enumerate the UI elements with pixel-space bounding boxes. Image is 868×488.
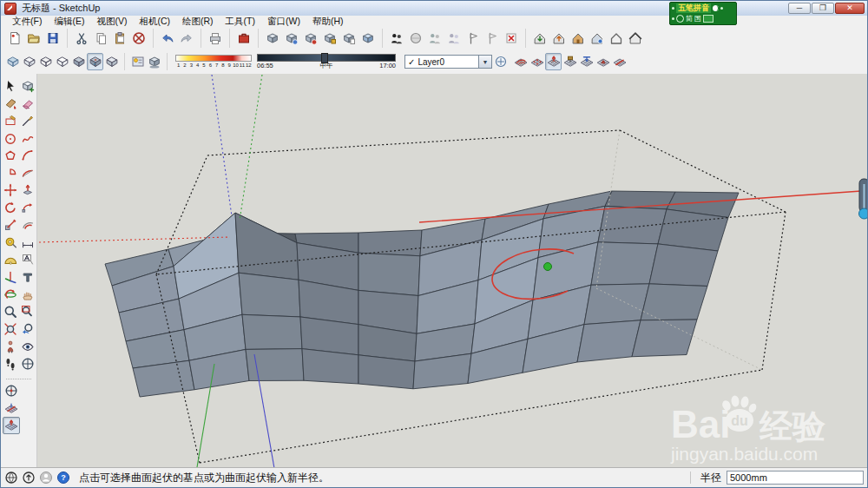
close-group-button[interactable] xyxy=(502,29,521,48)
arc-tool-button[interactable] xyxy=(19,147,36,164)
title-bar[interactable]: 无标题 - SketchUp ─ ❐ ✕ xyxy=(1,1,867,16)
text-tool-button[interactable] xyxy=(19,251,36,268)
text-3d-button[interactable] xyxy=(19,268,36,286)
polygon-button[interactable] xyxy=(2,147,19,164)
position-camera-button[interactable] xyxy=(2,338,19,355)
radius-input[interactable] xyxy=(727,471,864,485)
circle-tool-button[interactable] xyxy=(2,129,19,147)
arc2-button[interactable] xyxy=(19,164,36,181)
share-model-button[interactable] xyxy=(588,29,607,48)
smoove-center-point[interactable] xyxy=(544,263,552,271)
ime-simplified-label[interactable]: 简 xyxy=(686,14,693,23)
tape-measure-button[interactable] xyxy=(2,234,19,251)
menu-item-5[interactable]: 工具(T) xyxy=(220,16,261,27)
time-bar[interactable] xyxy=(257,54,396,62)
people-a-button[interactable] xyxy=(425,29,444,48)
menu-item-4[interactable]: 绘图(R) xyxy=(176,16,220,27)
outliner-button[interactable] xyxy=(387,29,406,48)
flag-b-button[interactable] xyxy=(483,29,502,48)
get-models-button[interactable] xyxy=(530,29,549,48)
xray-button[interactable] xyxy=(4,53,21,70)
upload-model-button[interactable] xyxy=(549,29,569,48)
model-info-button[interactable] xyxy=(234,29,253,48)
paint-button[interactable] xyxy=(2,95,19,112)
open-button[interactable] xyxy=(24,29,43,48)
offset-button[interactable] xyxy=(19,216,36,234)
layer-dropdown-arrow[interactable]: ▼ xyxy=(479,55,492,69)
axes-tool-button[interactable] xyxy=(2,268,19,286)
eraser-button[interactable] xyxy=(19,95,36,112)
paste-button[interactable] xyxy=(110,29,129,48)
follow-me-button[interactable] xyxy=(19,199,36,216)
zoom-previous-button[interactable] xyxy=(19,320,36,338)
move-button[interactable] xyxy=(2,181,19,199)
ime-lang-label[interactable]: 国 xyxy=(694,14,701,23)
ime-panel[interactable]: 五笔拼音 简 国 xyxy=(669,2,737,25)
select-button[interactable] xyxy=(2,77,19,95)
ime-hand-icon[interactable] xyxy=(672,17,674,20)
paste-in-place-button[interactable] xyxy=(339,29,358,48)
menu-item-7[interactable]: 帮助(H) xyxy=(306,16,350,27)
copy-button[interactable] xyxy=(91,29,110,48)
orbit-button[interactable] xyxy=(2,286,19,303)
sandbox-flip-button[interactable] xyxy=(3,399,20,417)
sphere-style-button[interactable] xyxy=(406,29,425,48)
component-button[interactable] xyxy=(282,29,301,48)
layer-select[interactable]: ✓ Layer0 xyxy=(404,55,479,69)
measure-widget[interactable] xyxy=(859,179,868,219)
flag-a-button[interactable] xyxy=(464,29,483,48)
ime-fullhalf-icon[interactable] xyxy=(713,5,719,11)
walk-button[interactable] xyxy=(2,355,19,373)
claim-credit-icon[interactable] xyxy=(22,471,36,485)
component-browser-button[interactable] xyxy=(358,29,378,48)
menu-item-6[interactable]: 窗口(W) xyxy=(261,16,306,27)
zoom-extents-button[interactable] xyxy=(2,320,19,338)
edit-component-button[interactable] xyxy=(301,29,320,48)
ime-search-icon[interactable] xyxy=(676,15,684,23)
save-button[interactable] xyxy=(43,29,62,48)
shaded-textures-button[interactable] xyxy=(87,53,103,70)
restore-button[interactable]: ❐ xyxy=(812,3,834,14)
zoom-window-button[interactable] xyxy=(19,303,36,320)
time-slider-thumb[interactable] xyxy=(321,53,328,63)
ime-pin-icon[interactable] xyxy=(672,7,674,10)
shadow-time-slider[interactable]: 06:55 中午 17:00 xyxy=(257,54,396,69)
dimension-button[interactable] xyxy=(19,234,36,251)
freehand-button[interactable] xyxy=(19,129,36,147)
from-contours-button[interactable] xyxy=(512,53,529,70)
zoom-button[interactable] xyxy=(2,303,19,320)
protractor-button[interactable] xyxy=(2,251,19,268)
ime-mode-label[interactable]: 五笔拼音 xyxy=(676,3,711,13)
group-button[interactable] xyxy=(263,29,282,48)
rect-tool-button[interactable] xyxy=(2,112,19,129)
scale-button[interactable] xyxy=(2,216,19,234)
shadow-settings-button[interactable] xyxy=(129,53,146,70)
layer-manager-button[interactable] xyxy=(492,53,509,70)
close-button[interactable]: ✕ xyxy=(835,3,865,14)
cut-button[interactable] xyxy=(72,29,91,48)
print-button[interactable] xyxy=(206,29,225,48)
hidden-line-button[interactable] xyxy=(54,53,70,70)
back-edges-button[interactable] xyxy=(21,53,37,70)
shadow-date-slider[interactable]: 123456789101112 xyxy=(175,55,252,69)
undo-button[interactable] xyxy=(158,29,177,48)
date-gradient-bar[interactable] xyxy=(175,55,252,62)
menu-item-2[interactable]: 视图(V) xyxy=(90,16,133,27)
smoove-button[interactable] xyxy=(545,53,562,70)
navigation-button[interactable] xyxy=(19,355,36,373)
help-icon[interactable]: ? xyxy=(56,471,70,485)
push-pull-button[interactable] xyxy=(19,181,36,199)
house-outline-button[interactable] xyxy=(607,29,626,48)
look-around-button[interactable] xyxy=(19,338,36,355)
wireframe-button[interactable] xyxy=(37,53,54,70)
pan-button[interactable] xyxy=(19,286,36,303)
monochrome-button[interactable] xyxy=(103,53,120,70)
component-tool-button[interactable] xyxy=(19,77,36,95)
drape-button[interactable] xyxy=(578,53,595,70)
stamp-button[interactable] xyxy=(562,53,578,70)
menu-item-1[interactable]: 编辑(E) xyxy=(48,16,90,27)
sandbox-smoove-button[interactable] xyxy=(3,417,20,434)
geolocation-icon[interactable] xyxy=(4,471,18,485)
add-detail-button[interactable] xyxy=(595,53,611,70)
menu-item-3[interactable]: 相机(C) xyxy=(133,16,176,27)
